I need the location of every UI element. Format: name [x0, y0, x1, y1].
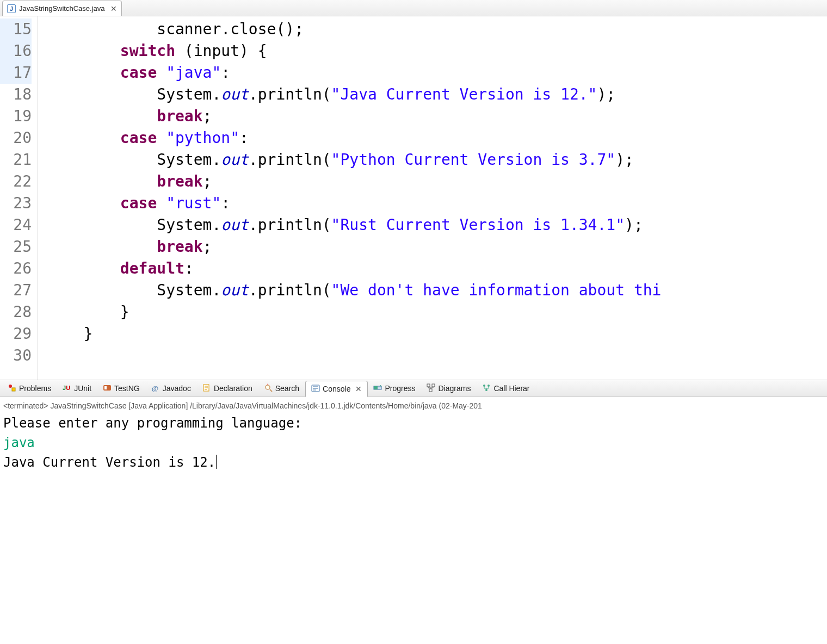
svg-rect-11	[427, 384, 430, 387]
code-editor[interactable]: 15161718192021222324252627282930 scanner…	[0, 16, 827, 380]
bottom-view-tab-bar: ProblemsJUJUnitTestNG@JavadocDeclaration…	[0, 380, 827, 397]
tab-search[interactable]: Search	[258, 380, 305, 397]
close-icon[interactable]: ✕	[355, 385, 362, 393]
line-number: 28	[0, 301, 32, 323]
code-line[interactable]: }	[47, 301, 661, 323]
tab-label: Diagrams	[438, 384, 471, 393]
tab-label: Declaration	[214, 384, 252, 393]
junit-icon: JU	[63, 383, 71, 394]
code-line[interactable]: break;	[47, 171, 661, 193]
tab-label: Search	[275, 384, 299, 393]
tab-junit[interactable]: JUJUnit	[57, 380, 97, 397]
tab-label: Console	[323, 385, 350, 393]
svg-text:@: @	[152, 384, 158, 392]
call-hierarchy-icon	[482, 383, 491, 394]
tab-label: Javadoc	[163, 384, 191, 393]
console-view[interactable]: <terminated> JavaStringSwitchCase [Java …	[0, 397, 827, 472]
console-line: Java Current Version is 12.	[3, 453, 824, 472]
line-number: 29	[0, 323, 32, 345]
tab-label: JUnit	[74, 384, 91, 393]
editor-tab-java-file[interactable]: J JavaStringSwitchCase.java ✕	[2, 1, 122, 16]
code-line[interactable]: System.out.println("Rust Current Version…	[47, 214, 661, 236]
code-line[interactable]: case "python":	[47, 127, 661, 149]
line-number: 18	[0, 84, 32, 106]
line-number: 21	[0, 149, 32, 171]
line-number: 23	[0, 193, 32, 214]
line-number: 25	[0, 236, 32, 258]
line-number: 27	[0, 280, 32, 301]
problems-icon	[8, 383, 16, 394]
line-number: 24	[0, 214, 32, 236]
line-number: 30	[0, 345, 32, 367]
tab-problems[interactable]: Problems	[2, 380, 57, 397]
svg-text:JU: JU	[63, 385, 70, 391]
testng-icon	[103, 383, 112, 394]
close-icon[interactable]: ✕	[110, 4, 117, 13]
tab-diagrams[interactable]: Diagrams	[421, 380, 477, 397]
svg-point-15	[487, 385, 490, 387]
svg-rect-13	[429, 389, 432, 392]
javadoc-icon: @	[151, 383, 160, 394]
tab-testng[interactable]: TestNG	[97, 380, 146, 397]
progress-icon	[373, 383, 382, 394]
code-line[interactable]: case "java":	[47, 62, 661, 84]
line-number: 22	[0, 171, 32, 193]
line-number: 16	[0, 40, 32, 62]
editor-tab-bar: J JavaStringSwitchCase.java ✕	[0, 0, 827, 16]
line-number: 17	[0, 62, 32, 84]
console-line: Please enter any programming language:	[3, 413, 824, 433]
code-line[interactable]: scanner.close();	[47, 18, 661, 40]
code-line[interactable]: break;	[47, 106, 661, 127]
console-icon	[311, 384, 320, 394]
svg-point-16	[485, 389, 487, 391]
tab-callhier[interactable]: Call Hierar	[477, 380, 535, 397]
svg-rect-12	[432, 384, 435, 387]
code-line[interactable]: System.out.println("Java Current Version…	[47, 84, 661, 106]
code-line[interactable]: break;	[47, 236, 661, 258]
svg-point-0	[9, 385, 12, 388]
tab-label: Call Hierar	[493, 384, 529, 393]
code-line[interactable]: }	[47, 323, 661, 345]
line-number: 26	[0, 258, 32, 280]
code-line[interactable]: default:	[47, 258, 661, 280]
line-number-gutter: 15161718192021222324252627282930	[0, 16, 38, 380]
tab-progress[interactable]: Progress	[368, 380, 421, 397]
console-process-header: <terminated> JavaStringSwitchCase [Java …	[3, 401, 824, 410]
text-caret	[216, 455, 217, 469]
diagrams-icon	[427, 383, 435, 394]
console-output[interactable]: Please enter any programming language:ja…	[3, 413, 824, 472]
tab-console[interactable]: Console✕	[305, 381, 368, 397]
search-icon	[264, 383, 273, 394]
line-number: 15	[0, 18, 32, 40]
code-line[interactable]: System.out.println("Python Current Versi…	[47, 149, 661, 171]
declaration-icon	[202, 383, 211, 394]
tab-javadoc[interactable]: @Javadoc	[146, 380, 197, 397]
tab-declaration[interactable]: Declaration	[197, 380, 258, 397]
java-file-icon: J	[7, 4, 16, 13]
code-content[interactable]: scanner.close(); switch (input) { case "…	[38, 16, 661, 380]
tab-label: Problems	[19, 384, 51, 393]
svg-rect-1	[12, 388, 15, 391]
editor-tab-filename: JavaStringSwitchCase.java	[19, 4, 105, 13]
svg-point-14	[483, 385, 485, 387]
svg-point-7	[266, 385, 270, 389]
code-line[interactable]: case "rust":	[47, 193, 661, 214]
svg-rect-10	[374, 386, 378, 389]
tab-label: Progress	[385, 384, 415, 393]
code-line[interactable]: switch (input) {	[47, 40, 661, 62]
code-line[interactable]: System.out.println("We don't have inform…	[47, 280, 661, 301]
tab-label: TestNG	[114, 384, 140, 393]
svg-rect-4	[104, 386, 107, 389]
line-number: 20	[0, 127, 32, 149]
console-line: java	[3, 433, 824, 453]
line-number: 19	[0, 106, 32, 127]
